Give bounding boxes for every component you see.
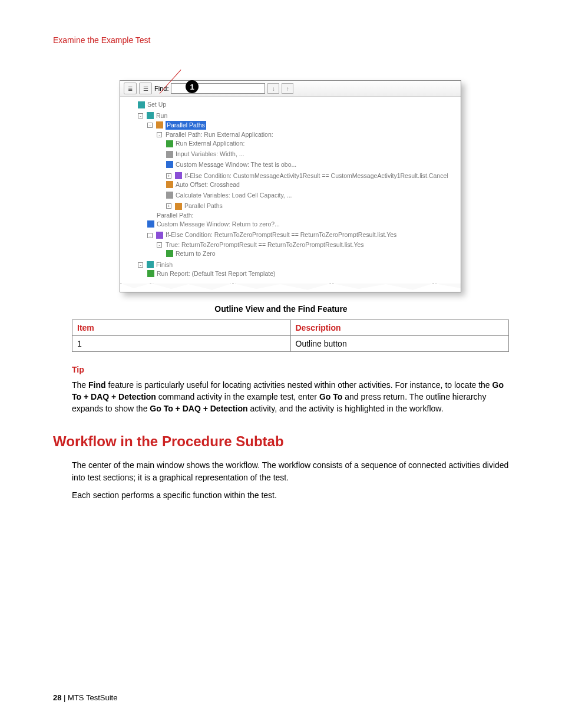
section-icon (147, 261, 154, 268)
page-number: 28 (53, 693, 61, 702)
tree-item[interactable]: Parallel Path: (157, 211, 193, 220)
offset-icon (166, 181, 173, 188)
product-name: MTS TestSuite (68, 693, 117, 702)
section-heading: Workflow in the Procedure Subtab (53, 433, 509, 450)
section-icon (147, 112, 154, 119)
condition-icon (156, 232, 163, 239)
parallel-icon (175, 203, 182, 210)
tree-item[interactable]: -Run (138, 111, 167, 120)
tree-label: True: ReturnToZeroPromptResult == Return… (166, 241, 364, 249)
tree-item[interactable]: +Parallel Paths (166, 202, 223, 210)
tree-item[interactable]: Set Up (138, 100, 166, 109)
report-icon (147, 270, 154, 277)
outline-button[interactable]: ☰ (139, 83, 152, 94)
tree-label-selected: Parallel Paths (166, 121, 206, 130)
table-header-item: Item (72, 319, 291, 335)
expand-icon[interactable]: + (166, 173, 171, 179)
tree-label: Parallel Path: Run External Application: (166, 130, 273, 139)
legend-table: Item Description 1 Outline button (72, 319, 509, 352)
message-icon (147, 220, 154, 228)
var-icon (166, 151, 173, 158)
torn-edge-decoration (120, 284, 461, 292)
arrow-down-icon: ↓ (272, 85, 275, 92)
collapse-icon[interactable]: - (157, 242, 162, 248)
tree-label: Set Up (147, 100, 166, 109)
tree-label: Custom Message Window: The test is obo..… (176, 160, 296, 169)
table-row: 1 Outline button (72, 335, 509, 351)
table-cell-desc: Outline button (290, 335, 509, 351)
screenshot-figure: 1 ≣ ☰ Find: ↓ ↑ Set Up -Run -P (120, 80, 461, 292)
tree-item[interactable]: -Finish (138, 261, 173, 269)
collapse-icon[interactable]: - (147, 233, 153, 238)
tree-label: Calculate Variables: Load Cell Capacity,… (176, 191, 292, 200)
tip-heading: Tip (72, 365, 509, 374)
tree-item[interactable]: Custom Message Window: Return to zero?..… (147, 220, 280, 229)
collapse-icon[interactable]: - (138, 113, 143, 118)
tree-label: Parallel Path: (157, 211, 193, 220)
breadcrumb: Examine the Example Test (53, 35, 509, 45)
tip-paragraph: The Find feature is particularly useful … (72, 379, 509, 415)
collapse-icon[interactable]: - (147, 123, 153, 128)
tree-label: Finish (156, 261, 173, 269)
tree-item[interactable]: Custom Message Window: The test is obo..… (166, 160, 296, 169)
tree-label: Parallel Paths (184, 202, 223, 210)
app-icon (166, 140, 173, 147)
table-cell-item: 1 (72, 335, 291, 351)
tree-label: If-Else Condition: ReturnToZeroPromptRes… (166, 230, 396, 239)
tree-item[interactable]: -True: ReturnToZeroPromptResult == Retur… (157, 241, 364, 249)
tree-item[interactable]: Run Report: (Default Test Report Templat… (147, 269, 276, 278)
collapse-icon[interactable]: - (138, 262, 143, 268)
outline-tree[interactable]: Set Up -Run -Parallel Paths -Parallel Pa… (120, 97, 461, 284)
tree-item[interactable]: -Parallel Path: Run External Application… (157, 130, 273, 139)
tree-label: Custom Message Window: Return to zero?..… (157, 220, 280, 229)
tree-item[interactable]: -If-Else Condition: ReturnToZeroPromptRe… (147, 230, 396, 239)
body-paragraph: Each section performs a specific functio… (72, 489, 509, 501)
expand-icon[interactable]: + (166, 203, 171, 209)
tree-item[interactable]: +If-Else Condition: CustomMessageActivit… (166, 172, 448, 180)
tree-label: If-Else Condition: CustomMessageActivity… (184, 172, 448, 180)
body-paragraph: The center of the main window shows the … (72, 459, 509, 483)
figure-caption: Outline View and the Find Feature (53, 304, 509, 314)
tree-item[interactable]: Return to Zero (166, 249, 216, 258)
tree-label: Run (156, 111, 167, 120)
tree-label: Auto Offset: Crosshead (176, 180, 240, 189)
parallel-icon (156, 121, 163, 129)
return-icon (166, 250, 173, 257)
page-footer: 28 | MTS TestSuite (53, 693, 117, 702)
outline-toolbar: ≣ ☰ Find: ↓ ↑ (120, 81, 461, 97)
tree-label: Run External Application: (176, 139, 244, 148)
tree-item[interactable]: Auto Offset: Crosshead (166, 180, 240, 189)
table-header-description: Description (290, 319, 509, 335)
callout-badge-1: 1 (186, 80, 199, 93)
tree-item[interactable]: Calculate Variables: Load Cell Capacity,… (166, 191, 292, 200)
tree-label: Run Report: (Default Test Report Templat… (157, 269, 276, 278)
find-prev-button[interactable]: ↑ (282, 83, 293, 94)
collapse-icon[interactable]: - (157, 132, 162, 137)
find-next-button[interactable]: ↓ (267, 83, 279, 94)
condition-icon (175, 172, 182, 179)
tree-label: Return to Zero (176, 249, 216, 258)
arrow-up-icon: ↑ (286, 85, 289, 92)
calc-icon (166, 192, 173, 199)
outline-panel: ≣ ☰ Find: ↓ ↑ Set Up -Run -Parallel Path… (120, 80, 461, 292)
tree-label: Input Variables: Width, ... (176, 150, 244, 159)
tree-item[interactable]: -Parallel Paths (147, 121, 206, 130)
view-button-1[interactable]: ≣ (124, 83, 137, 94)
tree-item[interactable]: Run External Application: (166, 139, 244, 148)
tree-item[interactable]: Input Variables: Width, ... (166, 150, 244, 159)
list-icon: ≣ (128, 85, 133, 92)
outline-icon: ☰ (143, 85, 148, 92)
section-icon (138, 101, 145, 108)
message-icon (166, 161, 173, 168)
